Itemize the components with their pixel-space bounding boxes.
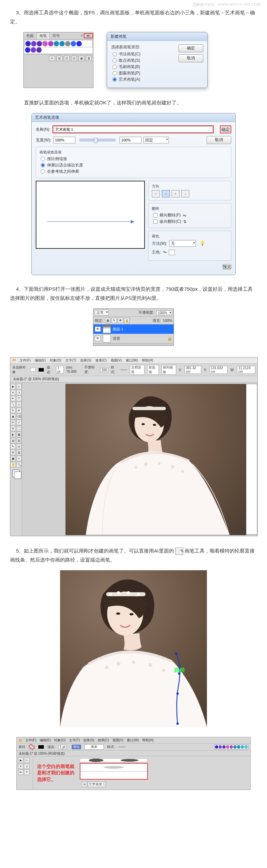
blob-brush-tool-icon[interactable]: ◉: [10, 414, 16, 419]
menu-help[interactable]: 帮助(H): [142, 738, 153, 743]
menu-view[interactable]: 视图(V): [113, 738, 123, 743]
brush-swatch[interactable]: [54, 41, 59, 46]
tab-symbols[interactable]: 符号: [50, 33, 62, 39]
brush-swatch[interactable]: [25, 41, 31, 46]
flip-h-checkbox[interactable]: 横向翻转(F) ⇋: [153, 212, 228, 218]
menu-effect[interactable]: 效果(C): [95, 358, 107, 363]
menu-file[interactable]: 文件(F): [20, 358, 31, 363]
w-input[interactable]: 11.2123 cm: [237, 366, 255, 374]
menu-select[interactable]: 选择(S): [83, 738, 94, 743]
menu-type[interactable]: 文字(T): [65, 358, 77, 363]
tips-icon[interactable]: 💡: [200, 241, 205, 246]
blend-tool-icon[interactable]: ◎: [17, 444, 22, 449]
radio-calligraphic[interactable]: 书法画笔(C): [113, 51, 175, 57]
symbol-sprayer-tool-icon[interactable]: ✲: [10, 450, 16, 455]
brush-swatch[interactable]: [237, 745, 240, 749]
radio-scale-stretch[interactable]: 伸展以适合描边长度: [41, 162, 228, 168]
delete-icon[interactable]: 🗑: [86, 56, 92, 61]
opacity-input[interactable]: 100: [100, 368, 109, 372]
gradient-tool-icon[interactable]: ▥: [17, 438, 22, 443]
panel-icon[interactable]: ⊟: [71, 56, 77, 61]
tab-brushes[interactable]: 画笔: [36, 32, 50, 39]
type-tool-icon[interactable]: T: [17, 396, 22, 401]
menu-object[interactable]: 对象(O): [54, 738, 65, 743]
opacity-input[interactable]: 100%: [156, 310, 172, 315]
width-input-2[interactable]: [119, 137, 142, 144]
brush-swatch[interactable]: [37, 41, 42, 46]
flip-v-checkbox[interactable]: 纵向翻转(C) ⇅: [153, 219, 228, 224]
key-color-well[interactable]: [169, 250, 175, 255]
menu-file[interactable]: 文件(F): [25, 738, 36, 743]
eraser-tool-icon[interactable]: ⌫: [17, 414, 22, 419]
brush-swatch[interactable]: [226, 745, 229, 749]
radio-pattern[interactable]: 图案画笔(P): [113, 70, 175, 76]
panel-icon[interactable]: ✕: [49, 56, 55, 61]
cancel-button[interactable]: 取消: [207, 136, 231, 144]
prev-brush-icon[interactable]: ⊲: [82, 782, 87, 787]
brush-swatch[interactable]: [215, 745, 218, 749]
zoom-tool-icon[interactable]: 🔍: [17, 462, 22, 467]
width-input[interactable]: [53, 137, 76, 144]
stroke-weight-input[interactable]: 1 pt: [56, 366, 64, 374]
brush-swatch[interactable]: [25, 48, 30, 53]
radio-scale-guides[interactable]: 在参考线之间伸展: [41, 169, 228, 175]
blend-mode-select[interactable]: 正常: [95, 310, 109, 315]
lasso-tool-icon[interactable]: ɔ: [17, 390, 22, 395]
brush-swatch[interactable]: [59, 41, 65, 46]
radio-art[interactable]: 艺术画笔(A): [113, 77, 175, 82]
menu-window[interactable]: 窗口(W): [127, 738, 139, 743]
stroke-weight-input[interactable]: 1 pt: [58, 745, 67, 749]
scale-tool-icon[interactable]: ⤢: [17, 420, 22, 425]
prefs-button[interactable]: 首选项: [147, 365, 159, 375]
visibility-icon[interactable]: 👁: [95, 327, 101, 332]
eyedropper-tool-icon[interactable]: ✎: [10, 444, 16, 449]
brush-swatch[interactable]: [233, 745, 237, 749]
pen-tool-icon[interactable]: ✒: [10, 396, 16, 401]
rect-tool-icon[interactable]: ▭: [17, 402, 22, 407]
dir-up-button[interactable]: ↑: [172, 190, 180, 197]
dir-right-button[interactable]: →: [162, 190, 170, 197]
doc-tab[interactable]: 未标题-1* @ 100% (RGB/预览): [10, 376, 257, 382]
menu-edit[interactable]: 编辑(E): [35, 358, 46, 363]
brush-swatch[interactable]: [241, 745, 244, 749]
radio-bristle[interactable]: 毛刷画笔(B): [113, 64, 175, 70]
radio-scatter[interactable]: 散点画笔(S): [113, 58, 175, 63]
selection-tool-icon[interactable]: ▶: [18, 757, 23, 763]
menu-help[interactable]: 帮助(H): [142, 358, 153, 363]
x-input[interactable]: 391.32 cm: [184, 366, 201, 374]
ok-button[interactable]: 确定: [221, 127, 230, 132]
dir-left-button[interactable]: ←: [152, 190, 160, 197]
magic-wand-tool-icon[interactable]: ✦: [10, 390, 16, 395]
fill-swatch[interactable]: [30, 368, 36, 372]
menu-view[interactable]: 视图(V): [111, 358, 122, 363]
lock-position-icon[interactable]: ✥: [118, 318, 123, 323]
brush-swatch[interactable]: [31, 48, 36, 53]
stroke-swatch[interactable]: [38, 745, 44, 749]
brush-tool-icon[interactable]: ✎: [10, 408, 16, 413]
type-tool-icon[interactable]: T: [24, 770, 29, 775]
brush-swatch[interactable]: [77, 41, 82, 46]
direct-select-tool-icon[interactable]: ▷: [24, 757, 29, 763]
menu-window[interactable]: 窗口(W): [126, 358, 138, 363]
lock-pixels-icon[interactable]: ✎: [112, 318, 117, 323]
placed-image[interactable]: [65, 384, 246, 535]
brush-swatch[interactable]: [244, 745, 248, 749]
line-tool-icon[interactable]: ╲: [10, 402, 16, 407]
width-mode-select[interactable]: 固定: [144, 137, 169, 144]
menu-edit[interactable]: 编辑(E): [40, 738, 51, 743]
artboard-tool-icon[interactable]: ▣: [10, 456, 16, 461]
doc-tab[interactable]: 未标题-1* @ 100% (RGB/预览): [19, 751, 65, 756]
slice-tool-icon[interactable]: ✂: [17, 456, 22, 461]
width-tool-icon[interactable]: ≋: [10, 426, 16, 431]
menu-effect[interactable]: 效果(C): [98, 738, 109, 743]
visibility-icon[interactable]: 👁: [95, 336, 101, 341]
panel-menu-icon[interactable]: ▾≡: [84, 33, 93, 38]
uniform-button[interactable]: 等比: [72, 745, 81, 749]
eyedropper-icon[interactable]: ✎: [162, 249, 168, 255]
selection-tool-icon[interactable]: ▶: [10, 384, 16, 389]
hand-tool-icon[interactable]: ✋: [10, 462, 16, 467]
brush-swatch[interactable]: [222, 745, 226, 749]
brush-swatch[interactable]: [230, 745, 233, 749]
brush-name-input[interactable]: [54, 126, 213, 133]
mesh-tool-icon[interactable]: ▤: [10, 438, 16, 443]
